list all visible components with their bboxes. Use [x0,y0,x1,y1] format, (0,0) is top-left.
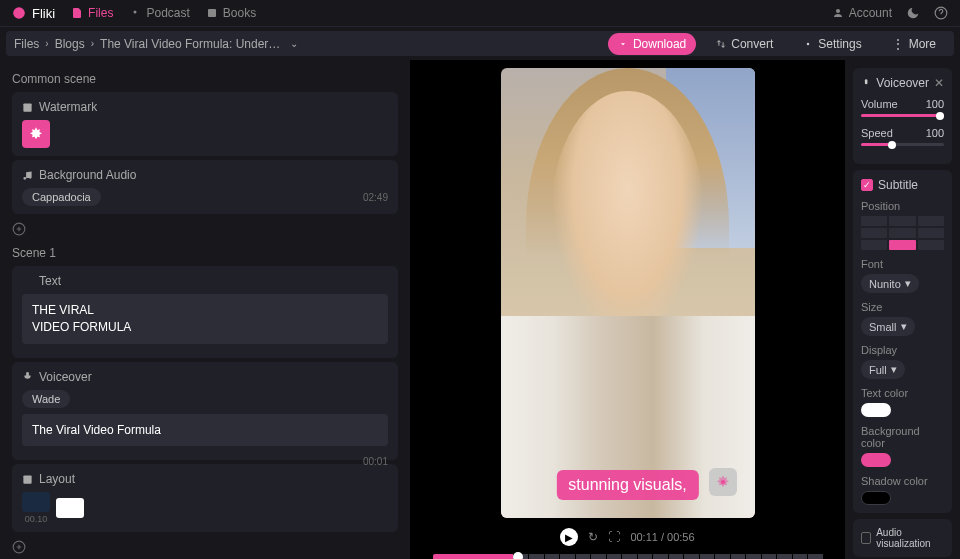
add-scene-button[interactable] [12,536,398,558]
scene1-voiceover-section[interactable]: Voiceover Wade The Viral Video Formula 0… [12,362,398,461]
slider-thumb[interactable] [888,141,896,149]
timeline[interactable] [433,554,823,559]
chevron-right-icon: › [45,38,48,49]
subtitle-panel: ✓ Subtitle Position Font Nunito▾ Size Sm… [853,170,952,513]
books-icon [206,7,218,19]
font-dropdown[interactable]: Nunito▾ [861,274,919,293]
convert-icon [716,39,726,49]
chevron-down-icon: ▾ [905,277,911,290]
position-cell[interactable] [861,216,887,226]
bgaudio-section[interactable]: Background Audio Cappadocia 02:49 [12,160,398,214]
voiceover-label: Voiceover [39,370,92,384]
top-header: Fliki Files Podcast Books Account [0,0,960,27]
audio-chip[interactable]: Cappadocia [22,188,101,206]
nav-books[interactable]: Books [206,6,256,20]
watermark-section[interactable]: Watermark [12,92,398,156]
fullscreen-button[interactable]: ⛶ [608,530,620,544]
nav-books-label: Books [223,6,256,20]
volume-value: 100 [926,98,944,110]
voiceover-text-input[interactable]: The Viral Video Formula [22,414,388,447]
voice-chip[interactable]: Wade [22,390,70,408]
timeline-progress [433,554,513,559]
watermark-thumbnail[interactable] [22,120,50,148]
slider-thumb[interactable] [936,112,944,120]
text-color-swatch[interactable] [861,403,891,417]
add-scene-button[interactable] [12,218,398,240]
volume-slider[interactable] [861,114,944,117]
position-cell-active[interactable] [889,240,915,250]
text-input-box[interactable]: THE VIRAL VIDEO FORMULA [22,294,388,344]
brand-icon [12,6,26,20]
help-icon[interactable] [934,6,948,20]
chevron-down-icon: ▾ [891,363,897,376]
settings-button[interactable]: Settings [793,33,871,55]
moon-icon[interactable] [906,6,920,20]
audioviz-panel: Audio visualization [853,519,952,557]
speed-label: Speed [861,127,893,139]
preview-settings-button[interactable] [709,468,737,496]
voiceover-panel-header: Voiceover ✕ [861,76,944,90]
breadcrumb-title[interactable]: The Viral Video Formula: Under… [100,37,280,51]
audioviz-checkbox[interactable] [861,532,871,544]
position-cell[interactable] [861,240,887,250]
properties-panel: Voiceover ✕ Volume 100 Speed 100 ✓ Subti… [845,60,960,559]
position-cell[interactable] [918,240,944,250]
layout-thumb-bg[interactable] [22,492,50,512]
voiceover-panel: Voiceover ✕ Volume 100 Speed 100 [853,68,952,164]
size-dropdown[interactable]: Small▾ [861,317,915,336]
download-button[interactable]: Download [608,33,696,55]
breadcrumb: Files › Blogs › The Viral Video Formula:… [14,37,298,51]
timeline-handle[interactable] [513,552,523,559]
more-icon: ⋮ [892,37,904,51]
close-icon[interactable]: ✕ [934,76,944,90]
layout-label: Layout [39,472,75,486]
layout-duration: 00.10 [25,514,48,524]
audioviz-label: Audio visualization [876,527,944,549]
position-cell[interactable] [861,228,887,238]
header-right: Account [832,6,948,20]
player-controls: ▶ ↻ ⛶ 00:11 / 00:56 [560,528,694,546]
more-button[interactable]: ⋮ More [882,33,946,55]
breadcrumb-blogs[interactable]: Blogs [55,37,85,51]
account-link[interactable]: Account [832,6,892,20]
speed-row: Speed 100 [861,127,944,139]
nav-files-label: Files [88,6,113,20]
position-label: Position [861,200,944,212]
rewind-button[interactable]: ↻ [588,530,598,544]
position-cell[interactable] [889,216,915,226]
position-cell[interactable] [918,228,944,238]
subtitle-label: Subtitle [878,178,918,192]
chevron-down-icon: ▾ [901,320,907,333]
podcast-icon [129,7,141,19]
position-cell[interactable] [918,216,944,226]
scenes-panel: Common scene Watermark Background Audio … [0,60,410,559]
convert-button[interactable]: Convert [706,33,783,55]
nav-podcast[interactable]: Podcast [129,6,189,20]
breadcrumb-files[interactable]: Files [14,37,39,51]
position-cell[interactable] [889,228,915,238]
main-layout: Common scene Watermark Background Audio … [0,60,960,559]
play-button[interactable]: ▶ [560,528,578,546]
shadow-color-swatch[interactable] [861,491,891,505]
plus-circle-icon [12,222,26,236]
speed-slider[interactable] [861,143,944,146]
layout-thumb-fg[interactable] [56,498,84,518]
layout-thumbnails: 00.10 [22,492,388,524]
voiceover-duration: 00:01 [363,456,388,467]
bg-color-swatch[interactable] [861,453,891,467]
plus-circle-icon [12,540,26,554]
video-preview[interactable]: stunning visuals, [501,68,755,518]
mic-icon [861,78,871,89]
subtitle-checkbox[interactable]: ✓ [861,179,873,191]
bgaudio-label: Background Audio [39,168,136,182]
brand[interactable]: Fliki [12,6,55,21]
chevron-down-icon[interactable]: ⌄ [290,38,298,49]
scene1-text-section[interactable]: Text THE VIRAL VIDEO FORMULA [12,266,398,358]
display-dropdown[interactable]: Full▾ [861,360,905,379]
nav-files[interactable]: Files [71,6,113,20]
subtitle-overlay: stunning visuals, [556,470,698,500]
scene1-layout-section[interactable]: Layout 00.10 [12,464,398,532]
gear-icon [803,39,813,49]
volume-row: Volume 100 [861,98,944,110]
text-icon [22,276,33,287]
